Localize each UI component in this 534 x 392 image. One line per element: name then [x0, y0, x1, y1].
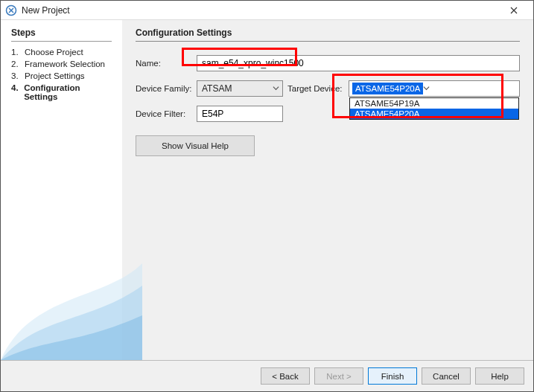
steps-divider: [11, 41, 112, 42]
chevron-down-icon: [273, 83, 279, 94]
chevron-down-icon: [423, 83, 430, 94]
cancel-button[interactable]: Cancel: [422, 367, 471, 385]
close-button[interactable]: [499, 2, 529, 19]
finish-button[interactable]: Finish: [368, 367, 417, 385]
config-panel: Configuration Settings Name: Device Fami…: [122, 20, 533, 360]
config-heading: Configuration Settings: [136, 28, 520, 38]
target-option-1[interactable]: ATSAME54P20A: [350, 109, 518, 119]
target-device-label: Target Device:: [287, 84, 349, 93]
next-button: Next >: [314, 367, 363, 385]
new-project-window: New Project Steps 1. Choose Project 2. F…: [0, 0, 534, 392]
step-project-settings[interactable]: 3. Project Settings: [11, 71, 112, 80]
steps-sidebar: Steps 1. Choose Project 2. Framework Sel…: [1, 20, 122, 360]
device-row: Device Family: ATSAM Target Device: ATSA…: [136, 80, 520, 97]
decorative-swoosh: [1, 234, 142, 360]
step-choose-project[interactable]: 1. Choose Project: [11, 48, 112, 57]
target-device-select[interactable]: ATSAME54P20A ATSAME54P19A ATSAME54P20A: [349, 80, 520, 97]
target-option-0[interactable]: ATSAME54P19A: [350, 98, 518, 109]
show-visual-help-button[interactable]: Show Visual Help: [136, 135, 255, 156]
device-family-value: ATSAM: [202, 83, 232, 94]
target-device-dropdown[interactable]: ATSAME54P19A ATSAME54P20A: [349, 97, 519, 120]
device-family-select[interactable]: ATSAM: [197, 80, 283, 97]
name-input[interactable]: [197, 55, 520, 71]
device-family-label: Device Family:: [136, 84, 197, 93]
steps-heading: Steps: [11, 28, 112, 38]
target-device-value: ATSAME54P20A: [352, 83, 423, 94]
back-button[interactable]: < Back: [261, 367, 310, 385]
step-framework-selection[interactable]: 2. Framework Selection: [11, 60, 112, 68]
config-divider: [136, 41, 520, 42]
app-icon: [5, 4, 17, 16]
device-filter-label: Device Filter:: [136, 109, 197, 118]
name-label: Name:: [136, 59, 197, 68]
step-configuration-settings[interactable]: 4. Configuration Settings: [11, 83, 112, 101]
titlebar: New Project: [1, 1, 533, 20]
help-button[interactable]: Help: [475, 367, 524, 385]
dialog-body: Steps 1. Choose Project 2. Framework Sel…: [1, 20, 533, 360]
dialog-footer: < Back Next > Finish Cancel Help: [1, 360, 533, 391]
name-row: Name:: [136, 55, 520, 71]
device-filter-input[interactable]: [197, 106, 283, 122]
window-title: New Project: [22, 5, 499, 16]
